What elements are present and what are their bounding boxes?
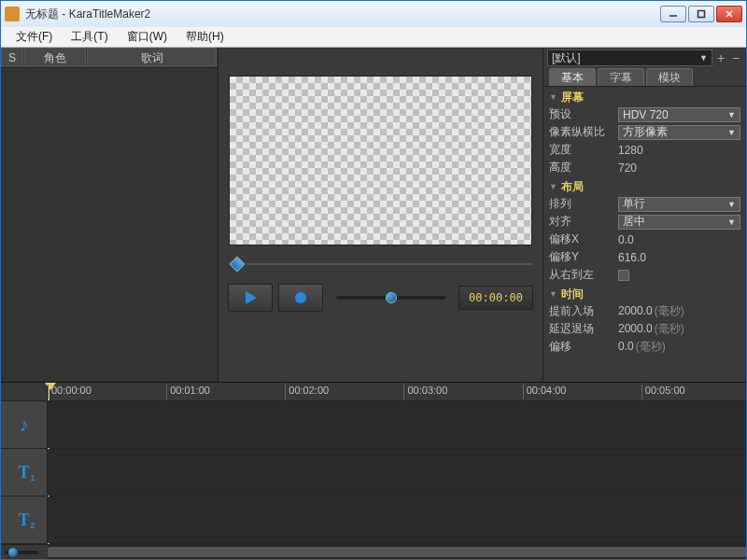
left-panel: S 角色 歌词 [1,48,218,382]
chevron-down-icon: ▼ [727,128,736,137]
ruler-tick: 00:05:00 [641,385,685,399]
close-button[interactable] [716,6,742,22]
menu-file[interactable]: 文件(F) [7,27,62,47]
hscroll-thumb[interactable] [48,547,746,557]
track-head-t1[interactable]: T1 [1,449,48,496]
music-note-icon: ♪ [20,414,29,436]
tab-basic[interactable]: 基本 [549,68,596,86]
value-lead[interactable]: 2000.0(毫秒) [618,303,740,319]
chevron-down-icon: ▼ [699,53,708,63]
menu-tool[interactable]: 工具(T) [62,27,117,47]
chevron-down-icon: ▼ [727,110,736,119]
window-title: 无标题 - KaraTitleMaker2 [25,7,660,22]
ruler-tick: 00:04:00 [523,385,567,399]
properties-panel: [默认] ▼ + − 基本 字幕 模块 屏幕 预设 [543,48,746,382]
value-height[interactable]: 720 [618,161,740,175]
menu-window[interactable]: 窗口(W) [118,27,176,47]
ruler-tick: 00:03:00 [403,385,447,399]
scrub-thumb[interactable] [386,292,397,303]
label-arrange: 排列 [549,196,618,212]
track-body-t2[interactable] [48,497,746,543]
select-par[interactable]: 方形像素▼ [618,125,740,140]
menu-help[interactable]: 帮助(H) [176,27,233,47]
playhead-track[interactable] [247,263,533,265]
select-preset[interactable]: HDV 720▼ [618,107,740,122]
section-time[interactable]: 时间 [549,286,740,302]
transport-bar: 00:00:00 [218,275,543,320]
track-body-audio[interactable] [48,401,746,448]
left-panel-body [1,68,218,382]
svg-point-5 [295,292,306,303]
left-tab-lyric[interactable]: 歌词 [87,48,217,67]
checkbox-rtl[interactable] [618,270,629,281]
timeline: 00:00:00 00:01:00 00:02:00 00:03:00 00:0… [1,382,746,559]
playhead-row[interactable] [218,253,543,275]
select-arrange[interactable]: 单行▼ [618,197,740,212]
tab-subtitle[interactable]: 字幕 [598,68,644,86]
center-panel: 00:00:00 [218,48,543,382]
section-screen[interactable]: 屏幕 [549,89,740,105]
ruler-tick: 00:01:00 [166,385,210,399]
track-head-t2[interactable]: T2 [1,497,48,543]
workspace: S 角色 歌词 [1,48,746,559]
zoom-thumb[interactable] [8,548,18,557]
label-height: 高度 [549,160,618,175]
value-offset-y[interactable]: 616.0 [618,251,740,264]
titlebar[interactable]: 无标题 - KaraTitleMaker2 [1,1,746,27]
app-icon [5,7,20,21]
preset-selected: [默认] [552,50,581,66]
value-offset-x[interactable]: 0.0 [618,233,740,246]
record-button[interactable] [278,284,323,312]
left-tab-role[interactable]: 角色 [24,48,86,67]
add-preset-button[interactable]: + [714,51,727,64]
label-lead: 提前入场 [549,303,618,319]
label-time-offset: 偏移 [549,339,618,355]
ruler-tick: 00:02:00 [285,385,329,399]
chevron-down-icon: ▼ [727,217,736,227]
ruler-tick: 00:00:00 [48,385,92,399]
track-audio[interactable]: ♪ [1,401,746,449]
value-lag[interactable]: 2000.0(毫秒) [618,321,740,337]
preview-canvas[interactable] [229,76,532,245]
menubar: 文件(F) 工具(T) 窗口(W) 帮助(H) [1,27,746,48]
section-layout[interactable]: 布局 [549,178,740,195]
value-width[interactable]: 1280 [618,144,740,157]
timeline-footer [1,544,746,559]
properties-body: 屏幕 预设 HDV 720▼ 像素纵横比 方形像素▼ 宽度 1280 [543,87,746,382]
select-align[interactable]: 居中▼ [618,215,740,230]
label-width: 宽度 [549,142,618,158]
remove-preset-button[interactable]: − [729,51,742,64]
play-button[interactable] [228,284,273,312]
text-track-icon: T1 [18,463,29,483]
label-offset-y: 偏移Y [549,249,618,265]
preset-select[interactable]: [默认] ▼ [547,49,712,66]
zoom-slider[interactable] [5,551,38,554]
app-window: 无标题 - KaraTitleMaker2 文件(F) 工具(T) 窗口(W) … [0,0,747,560]
tracks: ♪ T1 T2 [1,401,746,544]
label-par: 像素纵横比 [549,124,618,140]
timeline-hscrollbar[interactable] [48,545,746,559]
svg-marker-4 [246,291,257,304]
label-offset-x: 偏移X [549,231,618,247]
timecode-display: 00:00:00 [458,286,533,310]
playhead-marker-icon[interactable] [230,257,246,273]
track-body-t1[interactable] [48,449,746,496]
track-head-audio[interactable]: ♪ [1,401,48,448]
label-preset: 预设 [549,106,618,122]
timeline-ruler[interactable]: 00:00:00 00:01:00 00:02:00 00:03:00 00:0… [1,383,746,401]
track-text-1[interactable]: T1 [1,449,746,497]
maximize-button[interactable] [688,6,714,22]
label-lag: 延迟退场 [549,321,618,337]
track-text-2[interactable]: T2 [1,497,746,544]
label-rtl: 从右到左 [549,267,618,283]
chevron-down-icon: ▼ [727,200,736,209]
svg-rect-1 [698,11,705,18]
tab-template[interactable]: 模块 [646,68,693,86]
label-align: 对齐 [549,214,618,230]
scrub-slider[interactable] [336,296,445,300]
value-time-offset[interactable]: 0.0(毫秒) [618,339,740,355]
left-tab-s[interactable]: S [1,48,23,67]
text-track-icon: T2 [18,511,29,530]
minimize-button[interactable] [660,6,686,22]
